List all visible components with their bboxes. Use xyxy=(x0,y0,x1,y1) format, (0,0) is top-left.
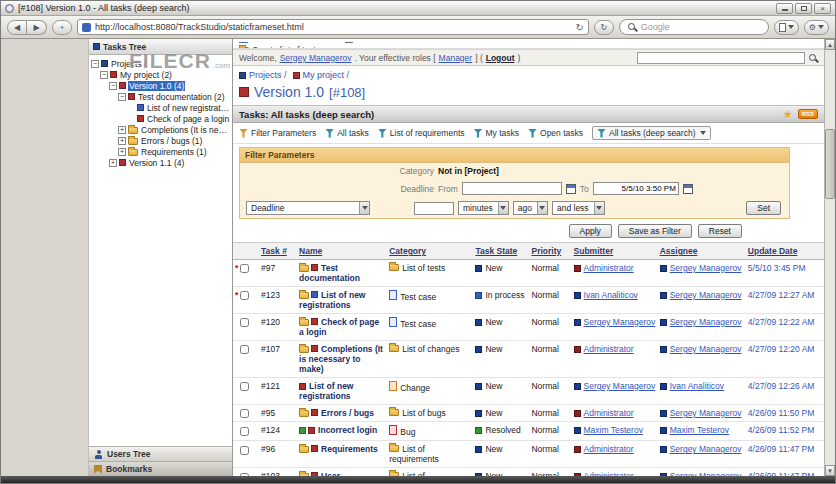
column-header[interactable]: Update Date xyxy=(748,246,798,256)
row-checkbox[interactable] xyxy=(240,318,249,327)
browser-search-field[interactable]: Google xyxy=(619,19,769,35)
address-bar[interactable]: http://localhost:8080/TrackStudio/static… xyxy=(77,19,589,35)
assignee-link[interactable]: Ivan Analiticov xyxy=(670,381,724,391)
plus-toggle-icon[interactable]: + xyxy=(109,159,117,167)
breadcrumb-link[interactable]: Projects / xyxy=(249,70,287,80)
tree-item-label[interactable]: Version 1.0 (4) xyxy=(128,81,185,91)
reset-button[interactable]: Reset xyxy=(698,224,742,238)
column-header[interactable]: Task State xyxy=(475,246,517,256)
submitter-link[interactable]: Maxim Testerov xyxy=(584,425,643,435)
tree-item-label[interactable]: Errors / bugs (1) xyxy=(140,136,203,146)
row-checkbox[interactable] xyxy=(240,264,249,273)
tree-item-label[interactable]: Projects / xyxy=(110,59,147,69)
task-name-link[interactable]: Requirements xyxy=(321,444,378,454)
tab-label[interactable]: All tasks xyxy=(337,128,369,138)
save-as-filter-button[interactable]: Save as Filter xyxy=(618,224,692,238)
submitter-link[interactable]: Sergey Managerov xyxy=(584,381,656,391)
tab-open-tasks[interactable]: Open tasks xyxy=(528,128,583,138)
apply-button[interactable]: Apply xyxy=(569,224,612,238)
column-header[interactable]: Task # xyxy=(261,246,287,256)
reload-icon[interactable]: ↻ xyxy=(575,22,583,33)
calendar-icon[interactable] xyxy=(683,184,693,194)
scroll-down-arrow[interactable]: ▼ xyxy=(825,465,835,476)
deadline-from-input[interactable] xyxy=(462,182,562,195)
minus-toggle-icon[interactable]: − xyxy=(118,93,126,101)
tab-label[interactable]: My tasks xyxy=(486,128,520,138)
row-checkbox[interactable] xyxy=(240,291,249,300)
logout-link[interactable]: Logout xyxy=(486,53,515,63)
scroll-up-arrow[interactable]: ▲ xyxy=(825,39,835,50)
assignee-link[interactable]: Sergey Managerov xyxy=(670,408,742,418)
new-tab-button[interactable]: + xyxy=(52,20,72,35)
close-button[interactable]: × xyxy=(814,3,831,14)
submitter-link[interactable]: Administrator xyxy=(584,263,634,273)
refresh-button[interactable]: ↻ xyxy=(594,20,614,35)
task-name-link[interactable]: List of new registrations xyxy=(299,381,353,401)
column-header[interactable]: Submitter xyxy=(574,246,614,256)
direction-select[interactable]: ago xyxy=(513,201,548,215)
tree-item-label[interactable]: Test documentation (2) xyxy=(137,92,225,102)
row-checkbox[interactable] xyxy=(240,382,249,391)
column-header[interactable]: Assignee xyxy=(660,246,698,256)
users-tree-panel[interactable]: Users Tree xyxy=(89,446,232,461)
quick-search-icon[interactable] xyxy=(808,53,818,63)
tree-item[interactable]: +Requirements (1) xyxy=(89,146,232,157)
bookmarks-panel[interactable]: Bookmarks xyxy=(89,461,232,476)
tasks-tree-header[interactable]: Tasks Tree xyxy=(89,39,232,55)
tree-item-label[interactable]: My project (2) xyxy=(119,70,173,80)
assignee-link[interactable]: Sergey Managerov xyxy=(670,263,742,273)
tab-label[interactable]: Open tasks xyxy=(540,128,583,138)
minimize-button[interactable] xyxy=(776,3,793,14)
assignee-link[interactable]: Sergey Managerov xyxy=(670,444,742,454)
tab-all-tasks[interactable]: All tasks xyxy=(325,128,369,138)
tree-item[interactable]: +Completions (It is necessary xyxy=(89,124,232,135)
tree-item-label[interactable]: Requirements (1) xyxy=(140,147,208,157)
tree-item[interactable]: −Projects / xyxy=(89,58,232,69)
tab-label[interactable]: All tasks (deep search) xyxy=(609,128,695,138)
tree-item[interactable]: +Version 1.1 (4) xyxy=(89,157,232,168)
back-button[interactable]: ◀ xyxy=(7,20,27,35)
task-name-link[interactable]: Errors / bugs xyxy=(321,408,374,418)
role-link[interactable]: Manager xyxy=(439,53,473,63)
row-checkbox[interactable] xyxy=(240,409,249,418)
page-menu-button[interactable] xyxy=(774,20,799,35)
tree-item[interactable]: List of new registrations xyxy=(89,102,232,113)
submitter-link[interactable]: Administrator xyxy=(584,344,634,354)
tree-item[interactable]: Check of page a login xyxy=(89,113,232,124)
tab-list-of-requirements[interactable]: List of requirements xyxy=(378,128,465,138)
tree-item[interactable]: −My project (2) xyxy=(89,69,232,80)
submitter-link[interactable]: Sergey Managerov xyxy=(584,317,656,327)
plus-toggle-icon[interactable]: + xyxy=(118,137,126,145)
tab-my-tasks[interactable]: My tasks xyxy=(474,128,520,138)
assignee-link[interactable]: Sergey Managerov xyxy=(670,317,742,327)
tab-filter-parameters[interactable]: Filter Parameters xyxy=(239,128,316,138)
unit-select[interactable]: minutes xyxy=(458,201,509,215)
tree-item-label[interactable]: List of new registrations xyxy=(146,103,232,113)
submitter-link[interactable]: Administrator xyxy=(584,408,634,418)
forward-button[interactable]: ▶ xyxy=(27,20,47,35)
favorite-star-icon[interactable]: ★ xyxy=(783,109,793,119)
tree-item-label[interactable]: Completions (It is necessary xyxy=(140,125,232,135)
deadline-to-input[interactable] xyxy=(593,182,679,195)
plus-toggle-icon[interactable]: + xyxy=(118,126,126,134)
tree-item[interactable]: −Test documentation (2) xyxy=(89,91,232,102)
task-name-link[interactable]: Incorrect login xyxy=(318,425,377,435)
titlebar[interactable]: [#108] Version 1.0 - All tasks (deep sea… xyxy=(1,1,835,16)
row-checkbox[interactable] xyxy=(240,427,249,436)
minus-toggle-icon[interactable]: − xyxy=(109,82,117,90)
tree-item[interactable]: −Version 1.0 (4) xyxy=(89,80,232,91)
submitter-link[interactable]: Administrator xyxy=(584,444,634,454)
vertical-scrollbar[interactable]: ▲ ▼ xyxy=(824,39,835,476)
tree-item[interactable]: +Errors / bugs (1) xyxy=(89,135,232,146)
tab-label[interactable]: List of requirements xyxy=(390,128,465,138)
minus-toggle-icon[interactable]: − xyxy=(100,71,108,79)
tab-label[interactable]: Filter Parameters xyxy=(251,128,316,138)
tree-item-label[interactable]: Check of page a login xyxy=(146,114,230,124)
scrollbar-thumb[interactable] xyxy=(825,129,835,199)
column-header[interactable]: Name xyxy=(299,246,322,256)
row-checkbox[interactable] xyxy=(240,446,249,455)
maximize-button[interactable] xyxy=(795,3,812,14)
tree-item-label[interactable]: Version 1.1 (4) xyxy=(128,158,185,168)
submitter-link[interactable]: Ivan Analiticov xyxy=(584,290,638,300)
tab-all-tasks-deep-search-[interactable]: All tasks (deep search) xyxy=(592,126,711,140)
